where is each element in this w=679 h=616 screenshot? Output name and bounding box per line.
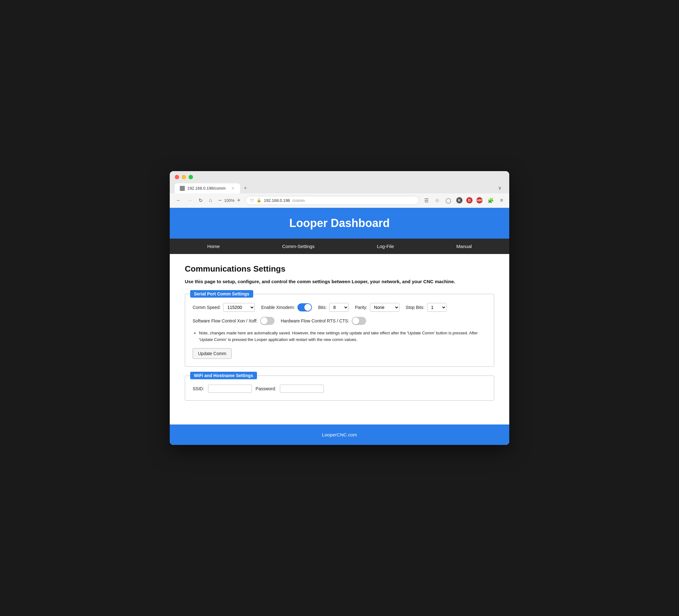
sw-flow-knob (261, 317, 268, 324)
nav-home[interactable]: Home (204, 243, 222, 250)
stop-bits-select[interactable]: 1 2 (427, 303, 447, 312)
back-button[interactable]: ← (175, 196, 182, 205)
note-item: Note, changes made here are automaticall… (199, 330, 486, 343)
sw-flow-group: Software Flow Control Xon / Xoff: (193, 317, 274, 325)
wifi-panel-legend: WiFi and Hostname Settings (190, 372, 257, 379)
extensions-icon[interactable]: 🧩 (486, 196, 495, 205)
hw-flow-group: Hardware Flow Control RTS / CTS: (281, 317, 366, 325)
enable-xmodem-group: Enable Xmodem: (261, 303, 312, 311)
tab-favicon-icon (180, 186, 185, 191)
zoom-out-button[interactable]: − (217, 196, 223, 205)
reader-view-icon[interactable]: ☰ (423, 196, 430, 205)
bits-label: Bits: (318, 305, 327, 310)
enable-xmodem-label: Enable Xmodem: (261, 305, 295, 310)
serial-settings-row-1: Comm Speed: 115200 9600 19200 38400 5760… (193, 303, 486, 312)
close-button[interactable] (175, 175, 179, 179)
wifi-panel: WiFi and Hostname Settings SSID: Passwor… (185, 375, 494, 401)
bits-group: Bits: 8 7 6 5 (318, 303, 349, 312)
browser-chrome: 192.168.0.198/comm ✕ + ∨ (170, 171, 509, 193)
site-title: Looper Dashboard (176, 217, 503, 230)
parity-group: Parity: None Even Odd Mark Space (355, 303, 399, 312)
zoom-level: 100% (224, 198, 234, 203)
sw-flow-toggle[interactable] (260, 317, 274, 325)
tab-close-icon[interactable]: ✕ (231, 186, 235, 191)
address-bar: ← → ↻ ⌂ − 100% + 🛡 🔓 192.168.0.198/comm … (170, 193, 509, 208)
serial-settings-row-2: Software Flow Control Xon / Xoff: Hardwa… (193, 317, 486, 325)
bookmark-icon[interactable]: ☆ (433, 196, 441, 205)
wifi-row: SSID: Password: (193, 384, 486, 393)
sw-flow-label: Software Flow Control Xon / Xoff: (193, 318, 258, 324)
tab-title: 192.168.0.198/comm (187, 186, 226, 191)
page-content: Looper Dashboard Home Comm-Settings Log-… (170, 208, 509, 445)
password-label: Password: (256, 386, 276, 391)
serial-panel-legend: Serial Port Comm Settings (190, 290, 253, 298)
zoom-in-button[interactable]: + (236, 196, 241, 205)
parity-select[interactable]: None Even Odd Mark Space (370, 303, 399, 312)
lock-icon: 🔓 (257, 198, 261, 203)
extension-k-icon[interactable]: K (456, 197, 462, 204)
hw-flow-knob (352, 317, 359, 324)
password-input[interactable] (280, 384, 324, 393)
home-button[interactable]: ⌂ (208, 196, 213, 205)
pocket-icon[interactable]: ◯ (444, 196, 452, 205)
site-footer: LooperCNC.com (170, 425, 509, 445)
new-tab-button[interactable]: + (241, 183, 249, 193)
page-heading: Communications Settings (185, 264, 494, 274)
bits-select[interactable]: 8 7 6 5 (329, 303, 349, 312)
url-domain: 192.168.0.198 (264, 198, 290, 203)
reload-button[interactable]: ↻ (197, 196, 204, 205)
site-header: Looper Dashboard (170, 208, 509, 239)
page-description: Use this page to setup, configure, and c… (185, 278, 494, 285)
address-input[interactable]: 🛡 🔓 192.168.0.198/comm (246, 196, 419, 205)
comm-speed-label: Comm Speed: (193, 305, 221, 310)
browser-tab[interactable]: 192.168.0.198/comm ✕ (175, 183, 240, 193)
zoom-controls: − 100% + (217, 196, 241, 205)
extension-duck-icon[interactable]: D (466, 197, 473, 204)
security-icon: 🛡 (250, 198, 254, 203)
footer-text: LooperCNC.com (322, 432, 357, 437)
site-nav: Home Comm-Settings Log-File Manual (170, 239, 509, 254)
menu-icon[interactable]: ≡ (499, 196, 504, 205)
main-content: Communications Settings Use this page to… (170, 254, 509, 425)
url-path: /comm (292, 198, 305, 203)
toggle-knob (304, 304, 311, 311)
minimize-button[interactable] (182, 175, 186, 179)
nav-log-file[interactable]: Log-File (374, 243, 396, 250)
update-comm-button[interactable]: Update Comm (193, 348, 232, 359)
maximize-button[interactable] (189, 175, 193, 179)
parity-label: Parity: (355, 305, 367, 310)
ssid-label: SSID: (193, 386, 204, 391)
ssid-input[interactable] (208, 384, 252, 393)
stop-bits-label: Stop Bits: (406, 305, 424, 310)
tab-menu-icon[interactable]: ∨ (495, 182, 504, 193)
comm-speed-select[interactable]: 115200 9600 19200 38400 57600 (223, 303, 255, 312)
extension-abp-icon[interactable]: ABP (476, 197, 483, 204)
serial-port-panel: Serial Port Comm Settings Comm Speed: 11… (185, 294, 494, 367)
hw-flow-toggle[interactable] (352, 317, 366, 325)
nav-manual[interactable]: Manual (454, 243, 474, 250)
nav-comm-settings[interactable]: Comm-Settings (280, 243, 317, 250)
stop-bits-group: Stop Bits: 1 2 (406, 303, 447, 312)
traffic-lights (175, 175, 504, 179)
hw-flow-label: Hardware Flow Control RTS / CTS: (281, 318, 349, 324)
enable-xmodem-toggle[interactable] (297, 303, 312, 311)
comm-speed-group: Comm Speed: 115200 9600 19200 38400 5760… (193, 303, 255, 312)
note-list: Note, changes made here are automaticall… (199, 330, 486, 343)
tab-bar: 192.168.0.198/comm ✕ + ∨ (175, 182, 504, 193)
browser-window: 192.168.0.198/comm ✕ + ∨ ← → ↻ ⌂ − 100% … (170, 171, 509, 445)
forward-button[interactable]: → (186, 196, 194, 205)
